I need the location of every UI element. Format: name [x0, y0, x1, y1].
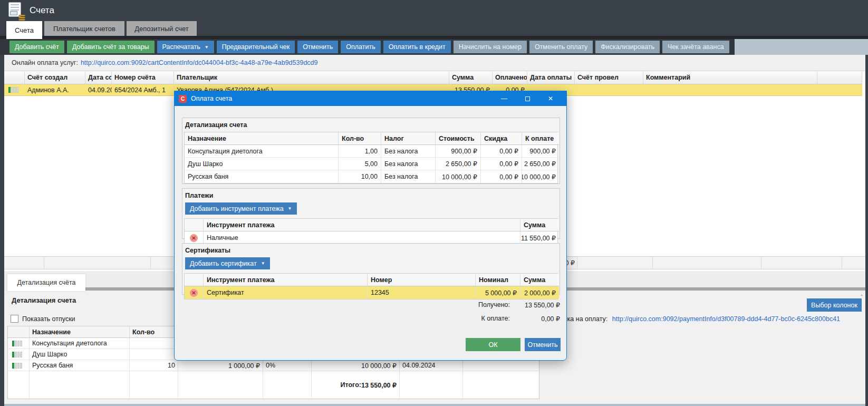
payments-group-title: Платежи	[185, 192, 560, 199]
header-comment[interactable]: Комментарий	[643, 71, 817, 84]
cell-created-by: Админов А.А.	[25, 84, 85, 96]
certs-header-nominal[interactable]: Номинал	[476, 274, 520, 286]
header-icon-col[interactable]	[4, 71, 25, 84]
fiscalize-button: Фискализировать	[595, 41, 660, 53]
tab-invoice-payer[interactable]: Плательщик счетов	[44, 21, 124, 36]
show-vacations-label: Показать отпуски	[22, 315, 75, 323]
delete-certificate-icon[interactable]: ✕	[190, 289, 198, 297]
details-header-icon-col	[8, 326, 30, 338]
payments-row[interactable]: ✕ Наличные 11 550,00 ₽	[185, 231, 557, 244]
toolbar: Добавить счёт Добавить счёт за товары Ра…	[0, 39, 868, 55]
details-total: Итого:13 550,00 ₽	[312, 371, 400, 399]
status-bars-icon	[12, 352, 22, 357]
tab-deposit-account[interactable]: Депозитный счет	[127, 21, 197, 36]
advance-offset-check-button: Чек зачёта аванса	[662, 41, 729, 53]
certs-header-instrument[interactable]: Инструмент платежа	[204, 274, 368, 286]
tab-invoices[interactable]: Счета	[6, 21, 42, 39]
header-paid[interactable]: Оплачено	[493, 71, 527, 84]
dlg-header-discount[interactable]: Скидка	[481, 132, 522, 145]
chevron-down-icon: ▼	[261, 261, 265, 266]
summary-cell	[653, 257, 761, 269]
chevron-up-icon[interactable]: ⌃	[860, 294, 864, 299]
dlg-header-cost[interactable]: Стоимость	[436, 132, 481, 145]
header-payer[interactable]: Плательщик	[174, 71, 449, 84]
details-cell-qty	[130, 338, 178, 349]
coins-icon	[18, 14, 25, 21]
details-title: Детализация счета	[12, 296, 76, 304]
certs-header-del-col	[185, 274, 204, 286]
minimize-icon[interactable]: —	[493, 91, 516, 106]
header-pay-date[interactable]: Дата оплаты	[527, 71, 575, 84]
cancel-button[interactable]: Отменить	[525, 338, 561, 351]
details-row[interactable]: Русская баня 10 1 000,00 ₽ 0% 10 000,00 …	[8, 360, 539, 371]
details-header-qty[interactable]: Кол-во	[130, 326, 178, 338]
maximize-icon[interactable]	[516, 91, 539, 106]
payments-header-instrument[interactable]: Инструмент платежа	[204, 219, 520, 231]
dialog-details-row[interactable]: Консультация диетолога 1,00 Без налога 9…	[185, 145, 557, 158]
show-vacations-checkbox[interactable]	[11, 315, 18, 323]
window-title: Счета	[30, 5, 54, 16]
dialog-payments-group: Платежи Добавить инструмент платежа▼ Инс…	[182, 188, 560, 239]
header-sum[interactable]: Сумма	[449, 71, 493, 84]
tab-invoice-details[interactable]: Детализация счёта	[7, 274, 85, 291]
dialog-app-icon: C	[179, 95, 187, 103]
pay-button[interactable]: Оплатить	[341, 41, 380, 53]
header-created-by[interactable]: Счёт создал	[25, 71, 85, 84]
due-value: 0,00 ₽	[510, 315, 560, 323]
add-payment-instrument-button[interactable]: Добавить инструмент платежа▼	[185, 202, 297, 215]
window-titlebar: Счета	[0, 0, 868, 21]
payments-header-sum[interactable]: Сумма	[520, 219, 559, 231]
certificates-table: Инструмент платежа Номер Номинал Сумма ✕…	[184, 273, 558, 299]
payments-header-del-col	[185, 219, 204, 231]
header-conducted-by[interactable]: Счёт провел	[575, 71, 643, 84]
dlg-header-topay[interactable]: К оплате	[522, 132, 559, 145]
dlg-header-qty[interactable]: Кол-во	[339, 132, 381, 145]
details-cell-name: Душ Шарко	[30, 349, 130, 360]
dialog-certificates-group: Сертификаты Добавить сертификат▼ Инструм…	[182, 243, 560, 295]
add-goods-invoice-button[interactable]: Добавить счёт за товары	[67, 41, 155, 53]
due-line: К оплате: 0,00 ₽	[182, 315, 560, 323]
cell-comment	[643, 84, 817, 96]
dialog-details-row[interactable]: Русская баня 10,00 Без налога 10 000,00 …	[185, 170, 557, 183]
add-invoice-button[interactable]: Добавить счёт	[9, 41, 64, 53]
summary-cell	[842, 257, 862, 269]
summary-cell	[577, 257, 653, 269]
cell-extra	[817, 84, 862, 96]
certificate-row-selected[interactable]: ✕ Сертификат 12345 5 000,00 ₽ 2 000,00 ₽	[185, 286, 557, 299]
status-bars-icon	[12, 341, 22, 346]
pay-credit-button[interactable]: Оплатить в кредит	[383, 41, 451, 53]
window-right-edge	[865, 55, 868, 406]
payment-link-row: Ссылка на оплату: http://quirco.com:9092…	[551, 315, 840, 323]
cancel-invoice-button[interactable]: Отменить	[297, 41, 338, 53]
ok-button[interactable]: ОК	[466, 338, 520, 351]
received-line: Получено: 13 550,00 ₽	[182, 301, 560, 309]
chevron-down-icon: ▼	[288, 206, 292, 211]
header-invoice-number[interactable]: Номер счёта	[112, 71, 174, 84]
print-button[interactable]: Распечатать▼	[157, 41, 214, 53]
header-extra	[817, 71, 862, 84]
payment-link[interactable]: http://quirco.com:9092/paymentInfo/d3f00…	[612, 315, 840, 323]
close-icon[interactable]: ✕	[539, 91, 562, 106]
details-header-name[interactable]: Назначение	[30, 326, 130, 338]
online-payment-link[interactable]: http://quirco.com:9092/cartContentInfo/d…	[81, 59, 318, 66]
header-date-created[interactable]: Дата создания	[85, 71, 112, 84]
dlg-header-name[interactable]: Назначение	[185, 132, 339, 145]
online-payment-label: Онлайн оплата услуг:	[12, 59, 78, 66]
cell-invoice-number: 654/2024 Амб., 1	[112, 84, 174, 96]
window-bottom-edge	[4, 404, 865, 406]
preliminary-check-button[interactable]: Предварительный чек	[217, 41, 295, 53]
charge-to-room-button: Начислить на номер	[454, 41, 527, 53]
dialog-window-controls: — ✕	[493, 91, 562, 106]
add-certificate-button[interactable]: Добавить сертификат▼	[185, 257, 270, 269]
status-bars-icon	[12, 363, 22, 369]
dialog-details-row[interactable]: Душ Шарко 5,00 Без налога 2 650,00 ₽ 0,0…	[185, 158, 557, 170]
delete-payment-icon[interactable]: ✕	[190, 234, 198, 242]
invoices-app-icon	[8, 2, 24, 19]
summary-cell	[761, 257, 842, 269]
dialog-details-group: Детализация счета Назначение Кол-во Нало…	[182, 118, 560, 184]
toolbar-buttons: Добавить счёт Добавить счёт за товары Ра…	[0, 39, 735, 55]
choose-columns-button[interactable]: Выбор колонок	[807, 298, 862, 312]
dlg-header-tax[interactable]: Налог	[381, 132, 436, 145]
certs-header-sum[interactable]: Сумма	[520, 274, 559, 286]
certs-header-number[interactable]: Номер	[368, 274, 476, 286]
